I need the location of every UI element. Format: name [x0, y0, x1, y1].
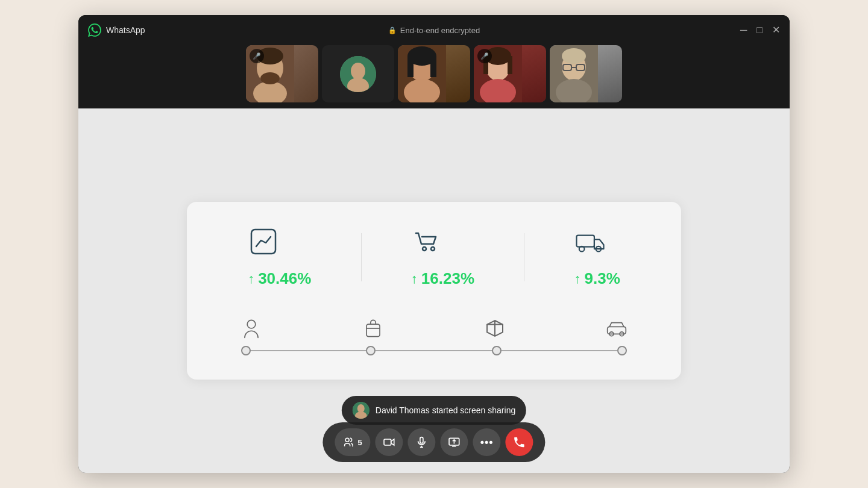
encryption-label: End-to-end endcrypted: [400, 26, 480, 35]
cart-icon: [411, 226, 442, 260]
screenshare-icon: [448, 436, 461, 448]
timeline-dot: [241, 346, 251, 355]
metric-chart: ↑ 30.46%: [248, 226, 311, 288]
svg-rect-19: [508, 56, 512, 74]
chart-icon: [248, 226, 279, 260]
timeline-line: [502, 350, 617, 351]
timeline-icon-box: [485, 318, 505, 339]
main-content: ↑ 30.46% ↑: [78, 108, 790, 473]
toast-avatar: [353, 402, 370, 419]
svg-point-3: [260, 72, 280, 84]
svg-point-29: [431, 247, 435, 251]
timeline-icons-row: [235, 318, 633, 339]
participants-button[interactable]: 5: [335, 428, 370, 456]
whatsapp-logo-icon: [88, 23, 101, 37]
metric-delivery: ↑ 9.3%: [574, 226, 620, 288]
toast-message: David Thomas started screen sharing: [376, 405, 515, 415]
delivery-icon: [574, 226, 606, 260]
timeline-dot: [617, 346, 627, 355]
participant-thumb: 🎤: [474, 45, 546, 102]
metrics-row: ↑ 30.46% ↑: [223, 226, 645, 288]
window-controls: ─ □ ✕: [740, 25, 780, 35]
divider: [361, 233, 362, 281]
svg-rect-45: [420, 437, 423, 443]
encryption-indicator: 🔒 End-to-end endcrypted: [388, 26, 480, 35]
lock-icon: 🔒: [388, 27, 397, 34]
screenshare-button[interactable]: [441, 428, 468, 456]
timeline-dot: [366, 346, 376, 355]
timeline-section: [223, 318, 645, 355]
timeline-icon-person: [241, 318, 262, 339]
timeline-line: [250, 350, 366, 351]
participants-strip: 🎤: [78, 45, 790, 108]
svg-point-28: [423, 247, 426, 251]
svg-point-6: [351, 63, 365, 80]
svg-point-33: [247, 320, 256, 328]
more-options-icon: •••: [480, 436, 494, 449]
participant-thumb: [398, 45, 470, 102]
title-bar: WhatsApp 🔒 End-to-end endcrypted ─ □ ✕: [78, 15, 790, 45]
brand: WhatsApp: [88, 23, 145, 37]
timeline-icon-bag: [363, 318, 383, 339]
minimize-button[interactable]: ─: [740, 25, 747, 35]
svg-rect-12: [407, 56, 414, 77]
participant-thumb: [550, 45, 622, 102]
mic-button[interactable]: [408, 428, 436, 456]
end-call-icon: [513, 436, 526, 449]
metric-chart-value: ↑ 30.46%: [248, 269, 311, 288]
more-options-button[interactable]: •••: [473, 428, 501, 456]
call-controls: 5: [322, 422, 545, 462]
svg-point-23: [562, 48, 586, 64]
svg-point-41: [357, 404, 365, 413]
mute-badge: 🎤: [250, 49, 264, 63]
svg-point-43: [345, 438, 349, 442]
participant-thumb: [322, 45, 394, 102]
metric-delivery-value: ↑ 9.3%: [574, 269, 620, 288]
timeline-line: [376, 350, 491, 351]
end-call-button[interactable]: [506, 428, 533, 456]
participant-thumb: 🎤: [246, 45, 318, 102]
avatar: [340, 56, 376, 92]
metric-cart-value: ↑ 16.23%: [411, 269, 474, 288]
screen-share-content: ↑ 30.46% ↑: [187, 202, 681, 380]
metric-cart: ↑ 16.23%: [411, 226, 474, 288]
divider: [524, 233, 524, 281]
timeline-line-row: [235, 346, 633, 355]
mic-icon: [416, 436, 428, 448]
notification-toast: David Thomas started screen sharing: [342, 396, 526, 425]
participants-icon: [343, 437, 354, 448]
svg-rect-34: [366, 324, 380, 336]
mute-badge: 🎤: [477, 49, 492, 63]
svg-rect-13: [430, 56, 436, 77]
svg-rect-44: [384, 439, 391, 445]
app-title: WhatsApp: [106, 25, 145, 35]
close-button[interactable]: ✕: [772, 25, 780, 35]
participants-count: 5: [357, 438, 362, 447]
timeline-dot: [492, 346, 502, 355]
video-icon: [383, 436, 395, 448]
timeline-icon-car: [606, 318, 627, 339]
video-button[interactable]: [376, 428, 403, 456]
maximize-button[interactable]: □: [756, 25, 763, 35]
app-window: WhatsApp 🔒 End-to-end endcrypted ─ □ ✕: [78, 15, 790, 473]
svg-rect-30: [576, 236, 594, 247]
